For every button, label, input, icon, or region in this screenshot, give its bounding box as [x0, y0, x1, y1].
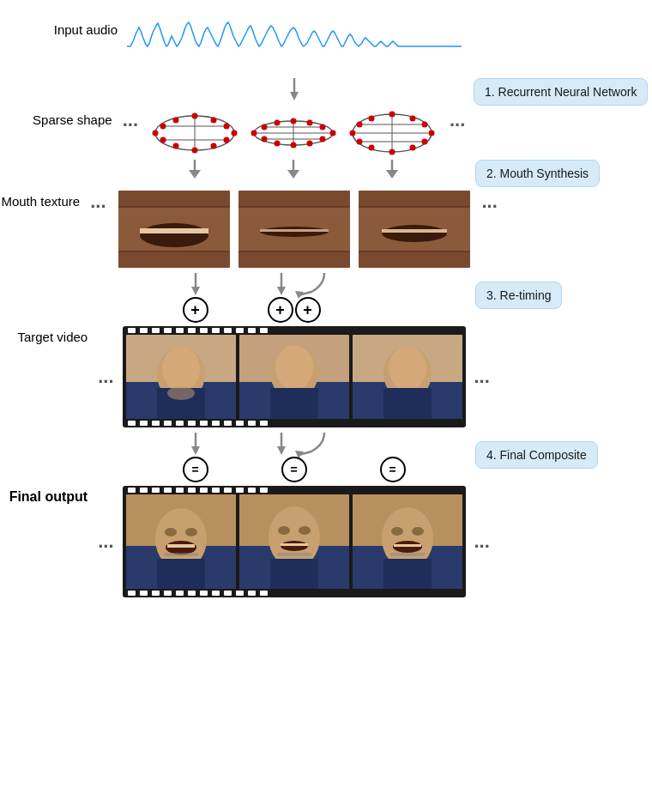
svg-rect-111	[164, 553, 198, 556]
svg-point-44	[429, 130, 435, 136]
target-frame-1	[126, 335, 236, 419]
svg-point-50	[410, 116, 416, 122]
svg-point-24	[291, 118, 297, 124]
svg-rect-76	[359, 252, 470, 268]
target-video-content: ...	[94, 326, 493, 427]
arrow-shape-1	[150, 160, 240, 180]
col1-arrow-eq: =	[150, 433, 240, 482]
dots-left-4: ...	[94, 530, 117, 553]
svg-point-85	[162, 347, 200, 391]
svg-point-42	[389, 149, 395, 155]
ann-step1-col: 1. Recurrent Neural Network	[463, 78, 643, 106]
svg-point-115	[278, 526, 290, 535]
svg-marker-1	[290, 92, 299, 100]
col2-arrows-plus: + +	[249, 273, 339, 323]
plus-circle-1: +	[183, 297, 208, 323]
svg-point-124	[391, 527, 403, 536]
mouth-texture-row: Mouth texture ...	[9, 191, 643, 268]
arrow-col1	[189, 273, 202, 297]
svg-point-49	[369, 116, 375, 122]
svg-rect-75	[359, 191, 470, 206]
svg-point-45	[357, 122, 363, 128]
svg-rect-68	[260, 229, 329, 232]
svg-point-91	[275, 345, 313, 390]
svg-marker-54	[189, 170, 201, 179]
target-video-label: Target video	[0, 326, 94, 345]
arrow-row-2: 2. Mouth Synthesis	[9, 160, 643, 187]
svg-point-51	[369, 145, 375, 151]
svg-point-47	[357, 139, 363, 145]
dots-right-2: ...	[479, 191, 501, 213]
dots-left-2: ...	[87, 191, 109, 213]
lip-shapes-row: ...	[119, 109, 469, 156]
equals-circle-2: =	[281, 457, 307, 482]
svg-point-43	[350, 130, 356, 136]
svg-rect-110	[157, 559, 205, 589]
mouth-textures-row: ...	[87, 191, 501, 268]
svg-point-7	[192, 148, 198, 154]
mouth-texture-text: Mouth texture	[1, 194, 80, 209]
svg-point-48	[422, 139, 428, 145]
mouth-texture-label: Mouth texture	[0, 191, 87, 209]
svg-marker-78	[191, 287, 200, 295]
final-frame-1	[126, 494, 236, 589]
svg-marker-58	[386, 170, 398, 179]
svg-rect-74	[382, 229, 447, 233]
mouth-texture-2	[238, 191, 350, 268]
dots-right-4: ...	[471, 530, 493, 553]
svg-rect-127	[394, 544, 421, 547]
annotation-step1: 1. Recurrent Neural Network	[474, 78, 648, 106]
svg-point-14	[173, 118, 179, 124]
svg-rect-92	[270, 388, 318, 419]
svg-point-125	[412, 527, 424, 536]
mouth-texture-1	[118, 191, 230, 268]
svg-point-15	[211, 118, 217, 124]
lip-shape-3	[347, 109, 438, 156]
svg-point-106	[165, 528, 177, 536]
final-output-row: Final output ...	[9, 486, 643, 597]
target-frames	[126, 335, 462, 419]
svg-point-13	[224, 137, 230, 143]
film-strip-target	[123, 326, 466, 427]
svg-rect-97	[383, 388, 432, 419]
waveform-svg	[127, 19, 462, 75]
svg-point-35	[307, 141, 313, 147]
svg-rect-109	[167, 544, 195, 548]
sparse-shape-label: Sparse shape	[3, 109, 119, 128]
svg-marker-99	[191, 446, 200, 455]
svg-point-9	[232, 130, 238, 136]
svg-point-33	[307, 120, 313, 126]
svg-point-26	[251, 130, 257, 136]
annotation-step2: 2. Mouth Synthesis	[475, 160, 600, 187]
audio-row: Input audio	[9, 19, 643, 75]
svg-rect-118	[281, 543, 308, 546]
plus-circle-2b: +	[295, 297, 321, 323]
ann-step4-col: 4. Final Composite	[465, 433, 645, 469]
col2-arrow-eq: =	[249, 433, 339, 482]
shapes-content: ...	[119, 109, 469, 156]
svg-rect-120	[277, 553, 311, 556]
target-frame-3	[353, 335, 462, 419]
final-output-text: Final output	[9, 489, 88, 504]
dots-right-1: ...	[446, 109, 468, 131]
mouth-texture-3	[359, 191, 470, 268]
svg-point-52	[410, 145, 416, 151]
svg-marker-56	[287, 170, 299, 179]
lip-shape-2	[249, 109, 339, 156]
arrows-equals-row: = = =	[123, 433, 465, 482]
svg-rect-64	[118, 252, 230, 268]
lip-shape-1	[150, 109, 240, 156]
svg-point-107	[185, 528, 197, 536]
final-output-content: ...	[94, 486, 493, 597]
svg-rect-129	[390, 553, 425, 556]
arrow-shape-3	[347, 160, 438, 180]
arrow-row-3: + + +	[9, 273, 643, 323]
svg-point-28	[262, 124, 268, 130]
svg-point-17	[211, 143, 217, 149]
plus-circle-2a: +	[268, 297, 293, 323]
svg-point-25	[291, 142, 297, 148]
input-audio-text: Input audio	[54, 22, 118, 37]
dots-right-3: ...	[471, 366, 493, 388]
annotation-step3: 3. Re-timing	[475, 282, 562, 309]
target-film-row: ...	[94, 326, 493, 427]
